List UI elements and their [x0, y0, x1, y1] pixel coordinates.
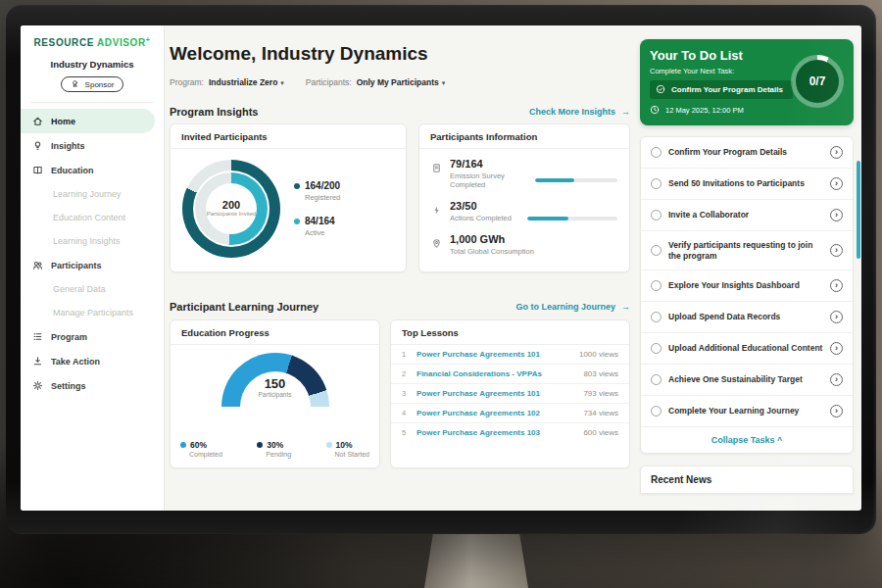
check-circle-icon — [656, 84, 666, 95]
lesson-link[interactable]: Financial Considerations - VPPAs — [416, 369, 542, 378]
sidebar-item-label: General Data — [53, 284, 106, 294]
task-item[interactable]: Complete Your Learning Journey› — [641, 396, 853, 427]
sidebar-divider — [30, 102, 154, 103]
invited-participants-card: Invited Participants 200 Participants In… — [170, 123, 407, 272]
lesson-row: 1 Power Purchase Agreements 101 1000 vie… — [391, 345, 629, 365]
participants-filter-label: Participants: — [306, 77, 352, 87]
collapse-label: Collapse Tasks — [711, 435, 775, 445]
legend-item-registered: 164/200 Registered — [294, 180, 340, 202]
info-value: 23/50 — [450, 200, 617, 212]
check-more-insights-link[interactable]: Check More Insights→ — [529, 107, 630, 117]
section-title: Participant Learning Journey — [170, 301, 318, 313]
task-label: Send 50 Invitations to Participants — [668, 178, 823, 189]
sidebar-item-program[interactable]: Program — [21, 324, 164, 349]
legend-label: Not Started — [326, 451, 369, 458]
program-filter-value[interactable]: Industrialize Zero — [209, 77, 277, 87]
task-checkbox[interactable] — [651, 178, 662, 189]
task-item[interactable]: Achieve One Sustainability Target› — [641, 365, 853, 396]
participants-filter[interactable]: Participants:Only My Participants▾ — [306, 77, 445, 87]
legend-value: 60% — [190, 440, 207, 450]
logo-plus: + — [146, 36, 151, 43]
chevron-right-icon[interactable]: › — [830, 311, 843, 323]
people-icon — [32, 260, 43, 270]
task-checkbox[interactable] — [651, 312, 662, 322]
sidebar-item-general-data[interactable]: General Data — [21, 277, 164, 301]
sidebar-item-take-action[interactable]: Take Action — [21, 349, 164, 373]
sidebar-item-home[interactable]: Home — [21, 109, 155, 133]
lesson-link[interactable]: Power Purchase Agreements 101 — [416, 389, 540, 398]
legend-label: Completed — [180, 451, 222, 458]
chevron-right-icon[interactable]: › — [830, 177, 843, 190]
recent-news-header[interactable]: Recent News — [640, 466, 854, 494]
section-title: Program Insights — [170, 106, 258, 118]
task-item[interactable]: Verify participants requesting to join t… — [641, 231, 853, 270]
task-item[interactable]: Upload Additional Educational Content› — [641, 333, 853, 365]
lesson-link[interactable]: Power Purchase Agreements 103 — [416, 428, 540, 437]
go-to-learning-journey-link[interactable]: Go to Learning Journey→ — [515, 302, 630, 312]
legend-dot-navy — [257, 442, 263, 448]
chevron-right-icon[interactable]: › — [830, 146, 843, 159]
program-filter[interactable]: Program:Industrialize Zero▾ — [170, 77, 284, 87]
sidebar-item-manage-participants[interactable]: Manage Participants — [21, 301, 164, 324]
progress-fill — [535, 178, 575, 182]
info-row-consumption: 1,000 GWh Total Global Consumption — [431, 233, 617, 256]
sidebar-item-learning-insights[interactable]: Learning Insights — [21, 229, 164, 253]
sidebar-item-education-content[interactable]: Education Content — [21, 206, 164, 229]
task-checkbox[interactable] — [651, 406, 662, 416]
education-gauge-chart: 150 Participants — [221, 353, 329, 410]
survey-icon — [431, 158, 442, 189]
chevron-right-icon[interactable]: › — [830, 209, 843, 221]
sidebar-item-insights[interactable]: Insights — [21, 133, 164, 158]
info-value: 1,000 GWh — [450, 233, 617, 245]
task-item[interactable]: Confirm Your Program Details› — [641, 137, 853, 169]
lesson-views: 734 views — [583, 409, 618, 417]
legend-item-active: 84/164 Active — [294, 216, 340, 237]
sidebar-item-label: Home — [51, 117, 75, 126]
sidebar-item-education[interactable]: Education — [21, 158, 164, 182]
sidebar-item-label: Take Action — [51, 357, 100, 367]
todo-header-card: Your To Do List Complete Your Next Task:… — [640, 39, 854, 125]
learning-journey-header: Participant Learning Journey Go to Learn… — [170, 301, 630, 313]
task-checkbox[interactable] — [651, 245, 662, 256]
lesson-link[interactable]: Power Purchase Agreements 102 — [416, 409, 540, 417]
task-checkbox[interactable] — [651, 343, 662, 354]
legend-dot-blue — [180, 442, 186, 448]
sidebar-item-learning-journey[interactable]: Learning Journey — [21, 182, 164, 206]
next-task-row[interactable]: Confirm Your Program Details — [650, 80, 793, 99]
task-checkbox[interactable] — [651, 374, 662, 385]
lesson-rank: 3 — [402, 389, 410, 398]
task-item[interactable]: Invite a Collaborator› — [641, 200, 853, 231]
task-item[interactable]: Explore Your Insights Dashboard› — [641, 270, 853, 302]
lesson-views: 1000 views — [579, 350, 618, 359]
sidebar-item-settings[interactable]: Settings — [21, 373, 164, 398]
chevron-right-icon[interactable]: › — [830, 244, 843, 257]
sidebar-item-label: Learning Journey — [53, 189, 122, 199]
scrollbar-thumb[interactable] — [857, 161, 860, 259]
chevron-right-icon[interactable]: › — [830, 279, 843, 292]
lesson-row: 3 Power Purchase Agreements 101 793 view… — [391, 384, 629, 404]
legend-value: 30% — [267, 440, 283, 450]
chevron-right-icon[interactable]: › — [830, 373, 843, 386]
sidebar-item-participants[interactable]: Participants — [21, 253, 164, 277]
chevron-right-icon[interactable]: › — [830, 405, 843, 417]
lesson-link[interactable]: Power Purchase Agreements 101 — [416, 350, 540, 359]
sponsor-badge[interactable]: Sponsor — [61, 76, 123, 92]
gauge-center: 150 Participants — [221, 376, 329, 398]
chevron-right-icon[interactable]: › — [830, 342, 843, 355]
main-content: Welcome, Industry Dynamics Program:Indus… — [166, 25, 640, 511]
collapse-tasks-button[interactable]: Collapse Tasks ^ — [641, 427, 853, 453]
task-checkbox[interactable] — [651, 280, 662, 291]
info-label: Emission Survey Completed — [450, 172, 535, 189]
chevron-down-icon: ▾ — [442, 79, 446, 86]
task-label: Upload Spend Data Records — [668, 312, 823, 322]
monitor-bezel: RESOURCE ADVISOR+ Industry Dynamics Spon… — [6, 5, 876, 534]
task-checkbox[interactable] — [651, 210, 662, 220]
desk-photo-background: RESOURCE ADVISOR+ Industry Dynamics Spon… — [0, 0, 882, 588]
legend-value: 164/200 — [305, 180, 340, 191]
task-label: Confirm Your Program Details — [668, 147, 823, 158]
participants-filter-value[interactable]: Only My Participants — [357, 77, 439, 87]
task-item[interactable]: Upload Spend Data Records› — [641, 302, 853, 333]
task-item[interactable]: Send 50 Invitations to Participants› — [641, 169, 853, 200]
lesson-rank: 2 — [402, 369, 410, 378]
task-checkbox[interactable] — [651, 147, 662, 158]
